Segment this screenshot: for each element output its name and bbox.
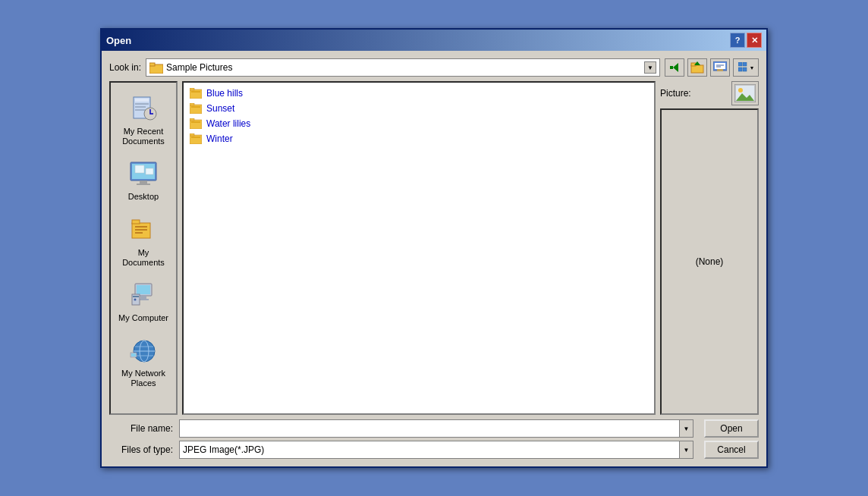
- filetype-label: Files of type:: [112, 444, 173, 455]
- sidebar-item-desktop[interactable]: Desktop: [113, 154, 174, 206]
- sidebar-computer-label: My Computer: [118, 313, 168, 323]
- svg-rect-50: [191, 91, 200, 93]
- lookin-combo[interactable]: Sample Pictures ▼: [146, 58, 660, 77]
- preview-box: (None): [660, 108, 759, 415]
- filename-combo[interactable]: ▼: [179, 419, 693, 438]
- svg-rect-13: [743, 62, 747, 66]
- open-dialog: Open ? ✕ Look in: Sample Pictures ▼: [100, 28, 768, 468]
- desktop-icon: [128, 159, 159, 189]
- svg-rect-35: [137, 285, 150, 294]
- lookin-label: Look in:: [109, 62, 141, 73]
- svg-rect-54: [190, 120, 202, 129]
- dialog-title: Open: [106, 35, 131, 46]
- svg-rect-57: [190, 135, 202, 144]
- lookin-dropdown-arrow[interactable]: ▼: [644, 61, 656, 74]
- svg-rect-28: [146, 168, 153, 174]
- svg-rect-20: [135, 106, 146, 108]
- svg-rect-19: [135, 103, 149, 105]
- title-bar-controls: ? ✕: [730, 33, 762, 48]
- title-bar: Open ? ✕: [102, 30, 766, 51]
- close-button[interactable]: ✕: [747, 33, 762, 48]
- preview-none-text: (None): [696, 256, 724, 267]
- search-web-icon: [713, 61, 727, 74]
- file-icon-bluehills: [190, 87, 202, 99]
- svg-rect-55: [190, 118, 194, 121]
- bottom-section: File name: ▼ Files of type: JPEG Image(*…: [109, 419, 759, 459]
- recent-docs-icon: [128, 93, 159, 124]
- inputs-area: File name: ▼ Files of type: JPEG Image(*…: [112, 419, 693, 459]
- preview-label: Picture:: [660, 88, 691, 99]
- sidebar-network-label: My Network Places: [121, 369, 165, 388]
- view-icon: [738, 62, 753, 73]
- view-button[interactable]: [733, 58, 759, 77]
- cancel-button[interactable]: Cancel: [704, 441, 759, 459]
- up-folder-icon: [690, 61, 704, 74]
- sidebar-desktop-label: Desktop: [128, 192, 159, 202]
- filetype-combo[interactable]: JPEG Image(*.JPG) ▼: [179, 441, 693, 459]
- dialog-body: Look in: Sample Pictures ▼: [102, 51, 766, 466]
- svg-marker-16: [750, 67, 753, 70]
- filetype-row: Files of type: JPEG Image(*.JPG) ▼: [112, 441, 693, 459]
- svg-rect-14: [738, 67, 742, 71]
- svg-rect-31: [135, 226, 147, 228]
- help-button[interactable]: ?: [730, 33, 745, 48]
- svg-rect-11: [717, 69, 723, 71]
- svg-marker-2: [673, 63, 678, 72]
- svg-rect-51: [190, 105, 202, 114]
- svg-rect-33: [135, 232, 143, 234]
- filename-dropdown-arrow[interactable]: ▼: [679, 420, 693, 437]
- open-button[interactable]: Open: [704, 419, 759, 438]
- preview-area: Picture: (None): [660, 81, 759, 415]
- svg-rect-48: [190, 89, 202, 99]
- documents-icon: [128, 215, 159, 245]
- svg-rect-26: [137, 184, 150, 185]
- svg-rect-39: [133, 296, 139, 297]
- svg-rect-1: [149, 63, 155, 66]
- back-icon: [668, 62, 681, 73]
- file-name-waterlilies: Water lilies: [206, 118, 250, 129]
- file-icon-winter: [190, 133, 202, 145]
- toolbar-buttons: [665, 58, 759, 77]
- svg-rect-27: [135, 165, 144, 173]
- file-item-sunset[interactable]: Sunset: [187, 101, 651, 116]
- svg-rect-8: [715, 63, 725, 69]
- file-name-winter: Winter: [206, 133, 233, 144]
- sidebar-item-documents[interactable]: My Documents: [113, 210, 174, 272]
- svg-rect-53: [191, 106, 200, 108]
- preview-icon: [731, 81, 759, 105]
- sidebar-item-recent[interactable]: My Recent Documents: [113, 89, 174, 151]
- lookin-row: Look in: Sample Pictures ▼: [109, 58, 759, 77]
- svg-rect-56: [191, 121, 200, 123]
- svg-rect-18: [135, 99, 149, 102]
- filename-input[interactable]: [180, 423, 679, 434]
- svg-point-62: [738, 88, 743, 93]
- file-item-bluehills[interactable]: Blue hills: [187, 86, 651, 101]
- file-name-bluehills: Blue hills: [206, 88, 243, 99]
- svg-rect-32: [135, 229, 147, 231]
- search-web-button[interactable]: [710, 58, 730, 77]
- svg-rect-12: [738, 62, 742, 66]
- action-buttons: Open Cancel: [704, 419, 759, 459]
- network-icon: [128, 335, 159, 366]
- svg-point-40: [134, 298, 137, 300]
- svg-rect-59: [191, 137, 200, 138]
- sidebar-documents-label: My Documents: [116, 248, 171, 268]
- file-item-winter[interactable]: Winter: [187, 131, 651, 146]
- preview-image-icon: [734, 84, 756, 102]
- back-button[interactable]: [665, 58, 684, 77]
- content-row: My Recent Documents Deskt: [109, 81, 759, 415]
- file-item-waterlilies[interactable]: Water lilies: [187, 116, 651, 131]
- filetype-dropdown-arrow[interactable]: ▼: [679, 441, 693, 458]
- svg-rect-30: [132, 220, 140, 224]
- lookin-combo-text: Sample Pictures: [166, 62, 641, 73]
- svg-rect-47: [131, 353, 136, 356]
- filetype-value: JPEG Image(*.JPG): [180, 444, 679, 455]
- up-folder-button[interactable]: [687, 58, 707, 77]
- sidebar: My Recent Documents Deskt: [109, 81, 178, 415]
- file-name-sunset: Sunset: [206, 103, 234, 114]
- svg-rect-52: [190, 103, 194, 105]
- folder-icon: [149, 61, 163, 74]
- file-list[interactable]: Blue hills Sunset: [182, 81, 656, 415]
- sidebar-item-network[interactable]: My Network Places: [113, 331, 174, 393]
- sidebar-item-computer[interactable]: My Computer: [113, 275, 174, 328]
